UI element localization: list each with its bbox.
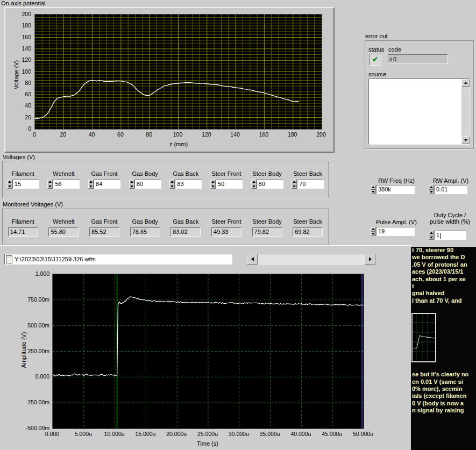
scrollbar-track[interactable]	[258, 254, 365, 265]
note-text-line: t	[411, 283, 476, 290]
voltage-input[interactable]: 84	[94, 180, 120, 189]
notes-lines-below: se but it's clearly noen 0.01 V (same si…	[411, 371, 476, 414]
increment-button[interactable]	[292, 180, 297, 184]
decrement-button[interactable]	[429, 235, 434, 240]
decrement-button[interactable]	[47, 184, 53, 189]
error-source-label: source	[368, 71, 386, 77]
monitored-value: 79.82	[252, 227, 282, 237]
rw-ampl-input[interactable]: 0.01	[434, 185, 467, 194]
rw-freq-input[interactable]: 380k	[376, 185, 415, 194]
scroll-up-button[interactable]	[461, 79, 470, 87]
thumbnail-mini-graph	[413, 314, 435, 361]
tick-label: 1.000	[16, 270, 49, 277]
increment-button[interactable]	[251, 180, 257, 184]
voltage-input[interactable]: 80	[134, 180, 161, 189]
decrement-button[interactable]	[210, 184, 216, 189]
notes-text-panel[interactable]: t 70, steerer 90we borrowed the D.05 V o…	[411, 247, 476, 450]
decrement-button[interactable]	[292, 184, 297, 189]
note-text-line: se but it's clearly no	[411, 371, 476, 378]
increment-button[interactable]	[429, 185, 434, 190]
voltage-input[interactable]: 56	[53, 180, 80, 189]
down-arrow-icon	[211, 185, 215, 188]
monitored-value: 49.33	[211, 227, 241, 237]
up-arrow-icon	[8, 181, 11, 183]
note-text-line: 0 V (body is now a	[411, 400, 476, 407]
tick-label: 140	[9, 45, 31, 52]
increment-button[interactable]	[7, 180, 12, 184]
down-arrow-icon	[130, 185, 133, 188]
increment-button[interactable]	[47, 180, 53, 184]
file-path-icon	[6, 255, 12, 263]
pulse-ampl-input[interactable]: 19	[376, 227, 415, 236]
up-arrow-icon	[372, 186, 375, 188]
source-scrollbar[interactable]	[461, 79, 470, 144]
tick-label: 25.000u	[194, 431, 221, 437]
decrement-button[interactable]	[129, 184, 134, 189]
down-arrow-icon	[293, 185, 296, 188]
labview-front-panel: On-axis potential Voltage (V) z (mm) 200…	[0, 0, 476, 450]
duty-cycle-input[interactable]: 1	[434, 231, 466, 240]
tick-label: 50.000u	[350, 431, 376, 437]
increment-button[interactable]	[88, 180, 94, 184]
indicator-label: Steer Front	[211, 218, 241, 225]
monitored-value: 85.52	[89, 227, 119, 237]
voltage-spinner	[7, 180, 12, 189]
voltage-input[interactable]: 15	[12, 180, 39, 189]
decrement-button[interactable]	[251, 184, 257, 189]
tick-label: 60	[109, 131, 132, 138]
increment-button[interactable]	[429, 231, 434, 235]
rw-freq-label: RW Freq (Hz)	[370, 177, 423, 184]
file-path-input[interactable]	[15, 255, 232, 263]
monitored-value: 78.65	[130, 227, 160, 237]
on-axis-plot-area	[34, 14, 322, 130]
pulse-ampl-spinner	[371, 227, 376, 236]
note-text-line: en 0.01 V (same si	[411, 378, 476, 385]
scroll-right-button[interactable]	[365, 254, 375, 265]
down-arrow-icon	[48, 185, 52, 188]
error-source-text[interactable]	[369, 79, 461, 144]
scroll-down-button[interactable]	[461, 137, 470, 144]
right-arrow-icon	[369, 257, 372, 261]
increment-button[interactable]	[371, 185, 376, 190]
increment-button[interactable]	[169, 180, 175, 184]
decrement-button[interactable]	[371, 232, 376, 237]
up-arrow-icon	[430, 232, 433, 234]
increment-button[interactable]	[210, 180, 216, 184]
increment-button[interactable]	[371, 227, 376, 232]
increment-button[interactable]	[129, 180, 134, 184]
down-arrow-icon	[8, 185, 11, 188]
on-axis-graph: Voltage (V) z (mm) 200180160140120100806…	[4, 7, 335, 153]
checkmark-icon: ✔	[372, 55, 378, 63]
text-cursor	[440, 233, 441, 239]
decrement-button[interactable]	[429, 190, 434, 195]
error-source-box	[368, 78, 470, 145]
error-code-value: 0	[393, 56, 396, 62]
scroll-left-button[interactable]	[247, 254, 258, 265]
up-arrow-icon	[372, 228, 375, 230]
voltage-input[interactable]: 50	[216, 180, 243, 189]
tick-label: 100	[167, 131, 189, 138]
voltage-input[interactable]: 70	[297, 180, 324, 189]
indicator-label: Filament	[12, 218, 34, 225]
voltage-input[interactable]: 80	[257, 180, 283, 189]
error-code-field[interactable]: d 0	[388, 54, 448, 63]
monitored-value: 69.82	[293, 227, 323, 237]
decrement-button[interactable]	[371, 190, 376, 195]
decrement-button[interactable]	[88, 184, 94, 189]
tick-label: 40	[81, 131, 103, 138]
tick-label: 180	[281, 131, 304, 138]
up-arrow-icon	[252, 181, 255, 183]
radix-indicator: d	[389, 56, 392, 62]
decrement-button[interactable]	[7, 184, 12, 189]
voltage-spinner	[210, 180, 216, 189]
error-out-cluster: status ✔ code d 0 source	[365, 40, 474, 149]
voltage-input[interactable]: 83	[175, 180, 202, 189]
voltage-spinner	[169, 180, 175, 189]
monitored-indicator-gas-body: Gas Body78.65	[125, 218, 166, 245]
notes-lines-above: t 70, steerer 90we borrowed the D.05 V o…	[411, 247, 476, 304]
error-status-indicator: ✔	[369, 54, 381, 66]
decrement-button[interactable]	[169, 184, 175, 189]
up-arrow-icon	[170, 181, 174, 183]
monitored-indicator-gas-front: Gas Front85.52	[84, 218, 125, 245]
note-text-line: 0% more), seemin	[411, 385, 476, 392]
